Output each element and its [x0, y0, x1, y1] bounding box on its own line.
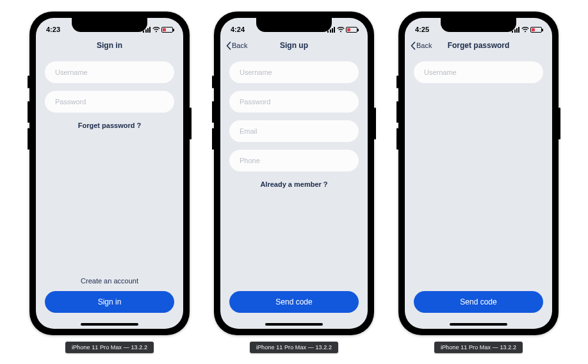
nav-bar: BackSign up: [220, 37, 368, 54]
back-button[interactable]: Back: [225, 42, 247, 50]
home-indicator[interactable]: [81, 323, 138, 326]
input-placeholder: Phone: [240, 157, 260, 164]
helper-link[interactable]: Already a member ?: [229, 180, 359, 188]
notch: [256, 18, 332, 32]
input-placeholder: Email: [240, 127, 257, 135]
notch: [441, 18, 516, 32]
status-time: 4:23: [46, 26, 60, 33]
chevron-left-icon: [225, 42, 231, 50]
content-area: UsernamePasswordEmailPhoneAlready a memb…: [220, 54, 368, 291]
text-input[interactable]: Password: [45, 91, 174, 113]
input-placeholder: Password: [55, 98, 86, 106]
screen: 4:25BackForget passwordUsernameSend code: [405, 18, 552, 329]
wifi-icon: [521, 27, 528, 33]
nav-bar: BackForget password: [405, 37, 552, 54]
phone-frame: 4:23Sign inUsernamePasswordForget passwo…: [29, 12, 190, 335]
content-area: Username: [405, 54, 552, 291]
page-title: Sign up: [280, 41, 308, 50]
status-right: [327, 27, 357, 33]
input-placeholder: Username: [240, 68, 272, 76]
text-input[interactable]: Username: [45, 61, 174, 83]
battery-icon: [346, 27, 357, 33]
nav-bar: Sign in: [36, 37, 183, 54]
text-input[interactable]: Email: [229, 120, 359, 142]
text-input[interactable]: Phone: [229, 150, 359, 171]
bottom-area: Send code: [220, 291, 368, 318]
battery-icon: [530, 27, 542, 33]
back-label: Back: [416, 42, 432, 49]
phone-frame: 4:25BackForget passwordUsernameSend code: [398, 12, 559, 335]
device-caption: iPhone 11 Pro Max — 13.2.2: [65, 342, 154, 353]
input-placeholder: Username: [424, 68, 457, 76]
bottom-area: Create an accountSign in: [36, 277, 183, 318]
back-button[interactable]: Back: [410, 42, 432, 50]
notch: [72, 18, 147, 32]
helper-link[interactable]: Forget password ?: [45, 122, 174, 129]
primary-button[interactable]: Sign in: [45, 291, 174, 313]
page-title: Sign in: [97, 41, 122, 50]
home-indicator[interactable]: [450, 323, 507, 326]
text-input[interactable]: Username: [229, 61, 359, 83]
input-placeholder: Password: [240, 98, 270, 106]
device-caption: iPhone 11 Pro Max — 13.2.2: [250, 342, 338, 353]
screen: 4:23Sign inUsernamePasswordForget passwo…: [36, 18, 183, 329]
screen: 4:24BackSign upUsernamePasswordEmailPhon…: [220, 18, 368, 329]
home-indicator[interactable]: [265, 323, 323, 326]
wifi-icon: [337, 27, 344, 33]
back-label: Back: [232, 42, 247, 49]
phone-frame: 4:24BackSign upUsernamePasswordEmailPhon…: [214, 12, 374, 335]
status-time: 4:24: [231, 26, 245, 33]
battery-icon: [161, 27, 173, 33]
primary-button[interactable]: Send code: [229, 291, 359, 313]
device-caption: iPhone 11 Pro Max — 13.2.2: [434, 342, 523, 353]
status-right: [143, 27, 173, 33]
text-input[interactable]: Username: [414, 61, 543, 83]
input-placeholder: Username: [55, 68, 88, 76]
status-right: [512, 27, 542, 33]
text-input[interactable]: Password: [229, 91, 359, 113]
secondary-link[interactable]: Create an account: [45, 277, 174, 285]
status-time: 4:25: [415, 26, 429, 33]
content-area: UsernamePasswordForget password ?: [36, 54, 183, 277]
bottom-area: Send code: [405, 291, 552, 318]
page-title: Forget password: [448, 41, 510, 50]
wifi-icon: [152, 27, 159, 33]
chevron-left-icon: [410, 42, 416, 50]
primary-button[interactable]: Send code: [414, 291, 543, 313]
